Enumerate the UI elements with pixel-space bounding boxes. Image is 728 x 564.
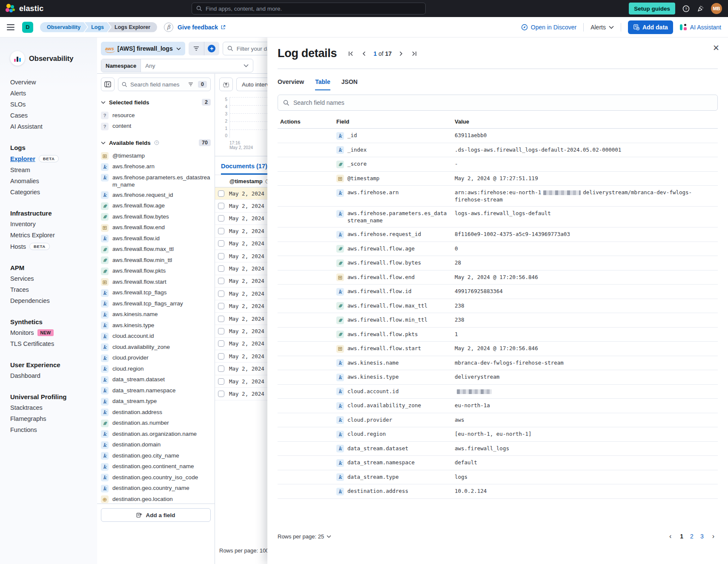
field-list-item[interactable]: k data_stream.type bbox=[101, 396, 211, 407]
flyout-tab[interactable]: JSON bbox=[341, 74, 358, 90]
sidebar-item[interactable]: SLOs bbox=[10, 99, 97, 110]
field-list-item[interactable]: # destination.as.number bbox=[101, 418, 211, 429]
open-in-discover-link[interactable]: Open in Discover bbox=[521, 24, 576, 31]
sidebar-item[interactable]: Logs bbox=[10, 142, 97, 153]
field-list-item[interactable]: k destination.geo.country_name bbox=[101, 483, 211, 494]
field-list-item[interactable]: # aws.firewall.flow.min_ttl bbox=[101, 255, 211, 266]
sidebar-item[interactable]: Synthetics bbox=[10, 317, 97, 327]
table-row[interactable]: k aws.firewall.flow.id 499176925883364 bbox=[278, 285, 718, 299]
row-checkbox[interactable] bbox=[218, 353, 224, 360]
field-list-item[interactable]: ? content bbox=[101, 121, 211, 132]
field-list-item[interactable]: k destination.geo.city_name bbox=[101, 450, 211, 461]
global-search-input[interactable]: Find apps, content, and more. bbox=[192, 3, 426, 14]
sidebar-item[interactable]: Overview bbox=[10, 77, 97, 88]
row-checkbox[interactable] bbox=[218, 316, 224, 322]
field-list-item[interactable]: k destination.domain bbox=[101, 440, 211, 451]
field-list-item[interactable]: k aws.kinesis.name bbox=[101, 309, 211, 320]
hide-chart-button[interactable] bbox=[219, 78, 233, 91]
table-row[interactable]: k cloud.account.id bbox=[278, 385, 718, 399]
field-list-item[interactable]: k aws.kinesis.type bbox=[101, 320, 211, 331]
sidebar-item[interactable]: Cases bbox=[10, 110, 97, 121]
sidebar-item[interactable]: APM bbox=[10, 262, 97, 273]
field-search-input[interactable]: Search field names 0 bbox=[118, 78, 211, 91]
collapse-fields-button[interactable] bbox=[101, 78, 115, 91]
table-row[interactable]: k destination.address 10.0.2.124 bbox=[278, 484, 718, 499]
sidebar-item[interactable]: Universal Profiling bbox=[10, 391, 97, 402]
first-page-icon[interactable] bbox=[348, 50, 355, 57]
field-list-item[interactable]: k destination.geo.country_iso_code bbox=[101, 472, 211, 483]
row-checkbox[interactable] bbox=[218, 203, 224, 209]
table-row[interactable]: # aws.firewall.flow.max_ttl 238 bbox=[278, 299, 718, 314]
row-checkbox[interactable] bbox=[218, 215, 224, 222]
sidebar-item[interactable]: Functions bbox=[10, 424, 97, 435]
field-list-item[interactable]: # aws.firewall.flow.age bbox=[101, 201, 211, 212]
row-checkbox[interactable] bbox=[218, 291, 224, 297]
table-row[interactable]: k cloud.provider aws bbox=[278, 413, 718, 428]
flyout-tab[interactable]: Overview bbox=[278, 74, 304, 90]
field-list-item[interactable]: k aws.firehose.request_id bbox=[101, 190, 211, 201]
add-filter-button[interactable]: + bbox=[204, 42, 219, 55]
sidebar-item[interactable]: Infrastructure bbox=[10, 208, 97, 219]
sidebar-item[interactable]: Hosts BETA bbox=[10, 241, 97, 252]
prev-page-icon[interactable] bbox=[361, 50, 367, 57]
table-row[interactable]: # _score - bbox=[278, 157, 718, 172]
sidebar-item[interactable]: Flamegraphs bbox=[10, 413, 97, 424]
selected-fields-accordion[interactable]: Selected fields 2 bbox=[101, 99, 211, 106]
table-row[interactable]: # aws.firewall.flow.pkts 1 bbox=[278, 328, 718, 342]
sidebar-item[interactable]: Stream bbox=[10, 164, 97, 176]
ai-assistant-button[interactable]: AI Assistant bbox=[680, 23, 721, 31]
sidebar-item[interactable]: TLS Certificates bbox=[10, 338, 97, 349]
table-row[interactable]: ⊞ aws.firewall.flow.start May 2, 2024 @ … bbox=[278, 342, 718, 356]
sidebar-item[interactable]: Inventory bbox=[10, 219, 97, 230]
available-fields-accordion[interactable]: Available fields ? 70 bbox=[101, 139, 211, 146]
flyout-tab[interactable]: Table bbox=[315, 74, 330, 90]
row-checkbox[interactable] bbox=[218, 303, 224, 309]
field-list-item[interactable]: # aws.firewall.flow.pkts bbox=[101, 266, 211, 277]
sidebar-item[interactable]: Services bbox=[10, 273, 97, 284]
documents-tab[interactable]: Documents (17) bbox=[221, 163, 267, 175]
alerts-menu-button[interactable]: Alerts bbox=[590, 24, 614, 31]
table-row[interactable]: k cloud.availability_zone eu-north-1a bbox=[278, 399, 718, 413]
menu-icon[interactable] bbox=[7, 24, 14, 30]
row-checkbox[interactable] bbox=[218, 378, 224, 385]
filter-icon[interactable] bbox=[188, 82, 193, 86]
table-row[interactable]: k data_stream.dataset aws.firewall_logs bbox=[278, 442, 718, 456]
field-list-item[interactable]: k cloud.provider bbox=[101, 353, 211, 364]
sidebar-item[interactable]: Explorer BETA bbox=[10, 153, 97, 164]
row-checkbox[interactable] bbox=[218, 328, 224, 334]
whats-new-icon[interactable] bbox=[696, 5, 704, 12]
sidebar-item[interactable]: AI Assistant bbox=[10, 121, 97, 132]
row-checkbox[interactable] bbox=[218, 190, 224, 197]
row-checkbox[interactable] bbox=[218, 253, 224, 259]
field-list-item[interactable]: # aws.firewall.flow.bytes bbox=[101, 211, 211, 222]
sidebar-item[interactable]: Anomalies bbox=[10, 176, 97, 187]
add-field-button[interactable]: Add a field bbox=[101, 508, 211, 522]
give-feedback-link[interactable]: Give feedback bbox=[178, 24, 226, 31]
table-row[interactable]: k aws.kinesis.type deliverystream bbox=[278, 370, 718, 385]
field-list-item[interactable]: k aws.firehose.parameters.es_datastream_… bbox=[101, 172, 211, 190]
table-row[interactable]: k aws.kinesis.name mbranca-dev-fwlogs-fi… bbox=[278, 356, 718, 371]
page-number[interactable]: 2 bbox=[687, 532, 697, 541]
breadcrumb-logs[interactable]: Logs bbox=[84, 22, 111, 32]
help-icon[interactable]: ? bbox=[682, 5, 690, 12]
add-data-button[interactable]: Add data bbox=[628, 20, 673, 34]
field-list-item[interactable]: k destination.as.organization.name bbox=[101, 429, 211, 440]
breadcrumb-observability[interactable]: Observability bbox=[40, 22, 87, 32]
table-row[interactable]: k aws.firehose.request_id 8f1160e9-1002-… bbox=[278, 227, 718, 242]
table-row[interactable]: ⊞ aws.firewall.flow.end May 2, 2024 @ 17… bbox=[278, 270, 718, 285]
table-row[interactable]: k _index .ds-logs-aws.firewall_logs-defa… bbox=[278, 143, 718, 158]
flyout-rows-per-page[interactable]: Rows per page: 25 bbox=[278, 533, 331, 540]
field-list-item[interactable]: k data_stream.namespace bbox=[101, 385, 211, 396]
row-checkbox[interactable] bbox=[218, 265, 224, 272]
filter-toggle-button[interactable] bbox=[189, 42, 204, 55]
field-list-item[interactable]: # aws.firewall.flow.max_ttl bbox=[101, 244, 211, 255]
table-row[interactable]: # aws.firewall.flow.bytes 28 bbox=[278, 256, 718, 270]
sidebar-item[interactable]: Dashboard bbox=[10, 370, 97, 381]
page-number[interactable]: 1 bbox=[676, 532, 687, 541]
page-number[interactable]: 3 bbox=[697, 532, 707, 541]
row-checkbox[interactable] bbox=[218, 240, 224, 247]
table-row[interactable]: k aws.firehose.parameters.es_datastream_… bbox=[278, 207, 718, 227]
next-page-arrow[interactable]: › bbox=[709, 532, 718, 540]
sidebar-item[interactable]: Traces bbox=[10, 284, 97, 295]
field-list-item[interactable]: k aws.firehose.arn bbox=[101, 161, 211, 173]
